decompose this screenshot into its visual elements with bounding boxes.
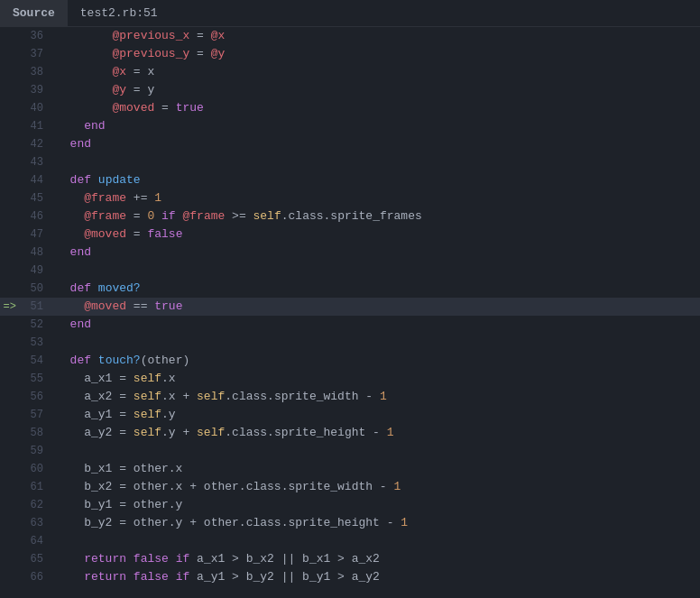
line-number: 55 — [20, 373, 56, 385]
code-line: 36 @previous_x = @x — [0, 27, 700, 45]
code-line: =>51 @moved == true — [0, 298, 700, 316]
tab-file[interactable]: test2.rb:51 — [68, 0, 170, 26]
code-line: 55 a_x1 = self.x — [0, 370, 700, 388]
code-line: 56 a_x2 = self.x + self.class.sprite_wid… — [0, 388, 700, 406]
line-code: return false if a_x1 > b_x2 || b_x1 > a_… — [56, 550, 700, 568]
line-code: return false if a_y1 > b_y2 || b_y1 > a_… — [56, 568, 700, 586]
line-number: 58 — [20, 427, 56, 439]
code-line: 40 @moved = true — [0, 99, 700, 117]
code-line: 45 @frame += 1 — [0, 189, 700, 207]
code-line: 60 b_x1 = other.x — [0, 460, 700, 478]
code-line: 49 — [0, 262, 700, 280]
line-number: 37 — [20, 48, 56, 60]
line-number: 42 — [20, 138, 56, 151]
line-number: 43 — [20, 156, 56, 169]
line-number: 49 — [20, 264, 56, 277]
line-number: 54 — [20, 354, 56, 367]
line-number: 50 — [20, 282, 56, 295]
code-line: 44 def update — [0, 171, 700, 189]
code-line: 64 — [0, 532, 700, 550]
tab-source[interactable]: Source — [0, 0, 68, 26]
code-line: 38 @x = x — [0, 63, 700, 81]
code-line: 65 return false if a_x1 > b_x2 || b_x1 >… — [0, 550, 700, 568]
line-number: 60 — [20, 463, 56, 475]
line-code: @y = y — [56, 81, 700, 99]
line-number: 46 — [20, 210, 56, 223]
code-line: 58 a_y2 = self.y + self.class.sprite_hei… — [0, 424, 700, 442]
code-line: 48 end — [0, 244, 700, 262]
code-line: 62 b_y1 = other.y — [0, 496, 700, 514]
line-code: @x = x — [56, 63, 700, 81]
line-code: end — [56, 244, 700, 262]
line-number: 41 — [20, 120, 56, 133]
code-line: 52 end — [0, 316, 700, 334]
line-number: 51 — [20, 300, 56, 313]
line-number: 56 — [20, 391, 56, 403]
line-number: 64 — [20, 535, 56, 547]
tab-bar: Source test2.rb:51 — [0, 0, 700, 27]
code-line: 47 @moved = false — [0, 225, 700, 244]
code-area: 36 @previous_x = @x37 @previous_y = @y38… — [0, 27, 700, 598]
line-number: 36 — [20, 30, 56, 42]
line-code: b_x2 = other.x + other.class.sprite_widt… — [56, 478, 700, 496]
code-line: 53 — [0, 334, 700, 352]
line-code: a_y2 = self.y + self.class.sprite_height… — [56, 424, 700, 442]
line-code: @frame += 1 — [56, 189, 700, 207]
line-code: a_x2 = self.x + self.class.sprite_width … — [56, 388, 700, 406]
line-code: a_y1 = self.y — [56, 406, 700, 424]
line-code: @moved = true — [56, 99, 700, 117]
line-number: 57 — [20, 409, 56, 421]
line-number: 40 — [20, 102, 56, 115]
line-number: 47 — [20, 228, 56, 241]
line-code: end — [56, 135, 700, 153]
code-line: 61 b_x2 = other.x + other.class.sprite_w… — [0, 478, 700, 496]
code-line: 63 b_y2 = other.y + other.class.sprite_h… — [0, 514, 700, 532]
line-number: 66 — [20, 571, 56, 584]
line-code: b_x1 = other.x — [56, 460, 700, 478]
line-code: end — [56, 117, 700, 135]
line-code: @previous_y = @y — [56, 45, 700, 63]
line-code: @moved == true — [56, 298, 700, 316]
line-code: b_y2 = other.y + other.class.sprite_heig… — [56, 514, 700, 532]
code-line: 54 def touch?(other) — [0, 352, 700, 370]
line-code: b_y1 = other.y — [56, 496, 700, 514]
code-line: 66 return false if a_y1 > b_y2 || b_y1 >… — [0, 568, 700, 586]
code-line: 59 — [0, 442, 700, 460]
line-code: def update — [56, 171, 700, 189]
code-line: 57 a_y1 = self.y — [0, 406, 700, 424]
line-number: 63 — [20, 517, 56, 529]
code-line: 42 end — [0, 135, 700, 153]
line-number: 53 — [20, 336, 56, 349]
line-arrow: => — [0, 300, 20, 313]
line-code: @frame = 0 if @frame >= self.class.sprit… — [56, 207, 700, 225]
line-number: 48 — [20, 246, 56, 259]
line-code: a_x1 = self.x — [56, 370, 700, 388]
line-number: 44 — [20, 174, 56, 187]
code-line: 37 @previous_y = @y — [0, 45, 700, 63]
line-number: 45 — [20, 192, 56, 205]
line-code: @previous_x = @x — [56, 27, 700, 45]
line-code: def touch?(other) — [56, 352, 700, 370]
line-code: end — [56, 316, 700, 334]
code-line: 39 @y = y — [0, 81, 700, 99]
line-number: 61 — [20, 481, 56, 493]
code-line: 41 end — [0, 117, 700, 135]
line-code: def moved? — [56, 280, 700, 298]
code-line: 50 def moved? — [0, 280, 700, 298]
code-line: 46 @frame = 0 if @frame >= self.class.sp… — [0, 207, 700, 225]
line-number: 52 — [20, 318, 56, 331]
line-number: 59 — [20, 445, 56, 457]
line-number: 65 — [20, 553, 56, 566]
line-code: @moved = false — [56, 225, 700, 244]
line-number: 62 — [20, 499, 56, 511]
line-number: 38 — [20, 66, 56, 78]
code-line: 43 — [0, 153, 700, 171]
line-number: 39 — [20, 84, 56, 97]
